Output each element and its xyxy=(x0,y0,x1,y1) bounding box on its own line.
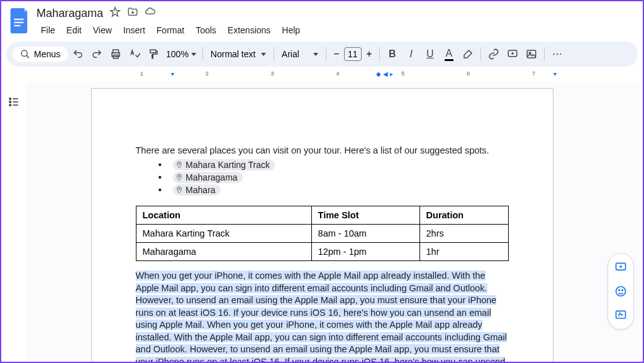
table-header: Duration xyxy=(419,206,508,225)
svg-point-18 xyxy=(179,176,180,177)
font-size-input[interactable] xyxy=(344,47,362,61)
add-emoji-button[interactable] xyxy=(611,281,631,301)
places-list: Mahara Karting TrackMaharagamaMahara xyxy=(136,159,509,196)
svg-rect-7 xyxy=(150,50,156,53)
font-size-increase[interactable]: + xyxy=(363,48,375,60)
list-item: Mahara Karting Track xyxy=(158,159,509,170)
svg-rect-1 xyxy=(14,22,24,23)
menu-format[interactable]: Format xyxy=(152,23,189,38)
svg-point-12 xyxy=(557,53,558,55)
italic-button[interactable]: I xyxy=(402,45,420,63)
list-item: Mahara xyxy=(158,184,509,196)
font-size-control: − + xyxy=(330,47,375,61)
menu-bar: File Edit View Insert Format Tools Exten… xyxy=(36,23,636,38)
menu-file[interactable]: File xyxy=(36,23,60,38)
menu-tools[interactable]: Tools xyxy=(191,23,221,38)
redo-button[interactable] xyxy=(88,45,106,63)
svg-point-19 xyxy=(179,188,180,190)
insert-image-button[interactable] xyxy=(523,45,540,63)
styles-dropdown[interactable]: Normal text xyxy=(207,49,270,59)
table-header: Time Slot xyxy=(311,206,419,225)
svg-point-11 xyxy=(553,53,554,55)
svg-point-22 xyxy=(619,290,620,291)
place-chip[interactable]: Mahara Karting Track xyxy=(173,159,275,170)
spellcheck-button[interactable] xyxy=(126,45,143,63)
svg-point-14 xyxy=(9,98,11,100)
suggest-edits-button[interactable] xyxy=(611,305,631,325)
highlight-button[interactable] xyxy=(459,45,477,63)
document-page[interactable]: There are several places you can visit o… xyxy=(91,88,553,362)
document-canvas: There are several places you can visit o… xyxy=(26,82,643,362)
svg-point-21 xyxy=(616,287,626,296)
text-color-button[interactable]: A xyxy=(440,45,458,63)
menu-edit[interactable]: Edit xyxy=(62,23,86,38)
menu-view[interactable]: View xyxy=(89,23,116,38)
menu-help[interactable]: Help xyxy=(277,23,304,38)
underline-button[interactable]: U xyxy=(421,45,439,63)
app-header: Maharagama File Edit View Insert Format … xyxy=(1,1,643,38)
insert-link-button[interactable] xyxy=(485,45,502,63)
star-icon[interactable] xyxy=(109,6,121,20)
add-comment-side-button[interactable] xyxy=(611,257,631,277)
place-chip[interactable]: Maharagama xyxy=(173,172,243,183)
more-button[interactable] xyxy=(548,45,566,63)
paint-format-button[interactable] xyxy=(145,45,162,63)
schedule-table: LocationTime SlotDuration Mahara Karting… xyxy=(136,206,509,261)
font-dropdown[interactable]: Arial xyxy=(278,49,322,59)
svg-point-3 xyxy=(21,50,27,56)
svg-point-17 xyxy=(179,163,180,165)
list-item: Maharagama xyxy=(158,172,509,183)
table-row: Maharagama12pm - 1pm1hr xyxy=(136,243,508,261)
svg-rect-9 xyxy=(527,50,536,58)
toolbar: Menus 100% Normal text Arial − + B I U A xyxy=(6,42,638,67)
undo-button[interactable] xyxy=(69,45,87,63)
bold-button[interactable]: B xyxy=(384,45,401,63)
table-header: Location xyxy=(136,206,311,225)
ruler[interactable]: 1234567▾◆ ◀ ▸▾ xyxy=(26,70,643,82)
svg-rect-0 xyxy=(14,19,24,20)
left-sidebar xyxy=(1,82,26,362)
side-comment-tools xyxy=(608,253,634,330)
add-comment-button[interactable] xyxy=(504,45,521,63)
intro-text: There are several places you can visit o… xyxy=(136,145,509,155)
menu-extensions[interactable]: Extensions xyxy=(223,23,275,38)
svg-point-16 xyxy=(9,104,11,106)
svg-rect-2 xyxy=(14,25,21,26)
cloud-icon[interactable] xyxy=(145,6,156,20)
outline-button[interactable] xyxy=(5,93,23,111)
menus-search-button[interactable]: Menus xyxy=(13,47,68,62)
svg-point-13 xyxy=(560,53,561,55)
svg-point-15 xyxy=(9,101,11,103)
svg-point-23 xyxy=(622,290,623,291)
table-row: Mahara Karting Track8am - 10am2hrs xyxy=(136,225,508,243)
zoom-dropdown[interactable]: 100% xyxy=(164,49,199,59)
docs-logo-icon[interactable] xyxy=(8,6,30,35)
move-icon[interactable] xyxy=(127,6,138,20)
document-title[interactable]: Maharagama xyxy=(36,7,103,20)
menu-insert[interactable]: Insert xyxy=(119,23,150,38)
font-size-decrease[interactable]: − xyxy=(330,48,343,60)
place-chip[interactable]: Mahara xyxy=(173,184,220,196)
print-button[interactable] xyxy=(107,45,125,63)
selected-paragraph: When you get your iPhone, it comes with … xyxy=(136,270,509,362)
